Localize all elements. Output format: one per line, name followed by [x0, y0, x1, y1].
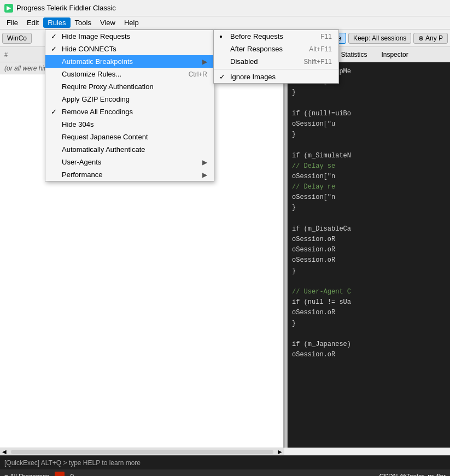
dropdown-item-label: Require Proxy Authentication — [62, 83, 154, 91]
title-bar: ▶ Progress Telerik Fiddler Classic — [0, 0, 450, 16]
dropdown-item-label: Automatically Authenticate — [62, 145, 145, 154]
menu-rules[interactable]: Rules — [43, 17, 70, 28]
dropdown-item-label: Performance — [62, 171, 102, 179]
code-line: if (null != sUa — [292, 297, 446, 308]
tab-inspector[interactable]: Inspector — [375, 49, 414, 61]
code-line — [292, 98, 446, 109]
scroll-thumb[interactable] — [11, 450, 273, 454]
dropdown-item-label: Automatic Breakpoints — [62, 57, 133, 66]
code-line: if ((null!=uiBo — [292, 109, 446, 119]
submenu-item-disabled[interactable]: DisabledShift+F11 — [214, 55, 338, 68]
winco-button[interactable]: WinCo — [2, 33, 32, 44]
dropdown-item-hide-304s[interactable]: Hide 304s — [45, 118, 214, 131]
all-processes-label[interactable]: = All Processes — [4, 473, 49, 476]
code-line: if (m_SimulateN — [292, 151, 446, 161]
scroll-right-arrow[interactable]: ▶ — [276, 449, 284, 455]
code-editor: if ((null!=bpMe oSession["x } if ((null!… — [288, 62, 450, 448]
dropdown-item-arrow: ▶ — [202, 58, 207, 66]
dropdown-item-require-proxy-auth[interactable]: Require Proxy Authentication — [45, 80, 214, 93]
code-line: } — [292, 266, 446, 277]
quickexec-bar[interactable]: [QuickExec] ALT+Q > type HELP to learn m… — [0, 455, 450, 469]
submenu-item-after-responses[interactable]: After ResponsesAlt+F11 — [214, 43, 338, 55]
submenu-item-ignore-images[interactable]: Ignore Images — [214, 70, 338, 83]
tab-statistics[interactable]: Statistics — [334, 49, 373, 61]
code-line: // Delay se — [292, 161, 446, 172]
code-line: } — [292, 319, 446, 329]
dropdown-item-shortcut: Ctrl+R — [189, 70, 207, 78]
dropdown-item-automatic-breakpoints[interactable]: Automatic Breakpoints▶ — [45, 55, 214, 68]
breakpoints-submenu: Before RequestsF11After ResponsesAlt+F11… — [213, 30, 339, 84]
dropdown-item-label: Hide CONNECTs — [62, 45, 116, 53]
menu-edit[interactable]: Edit — [22, 17, 43, 28]
dropdown-item-apply-gzip[interactable]: Apply GZIP Encoding — [45, 93, 214, 105]
submenu-item-shortcut: Alt+F11 — [309, 45, 332, 53]
filter-icon[interactable] — [55, 472, 65, 476]
horizontal-scrollbar[interactable]: ◀ ▶ — [0, 448, 284, 455]
any-process-button[interactable]: ⊕ Any P — [413, 33, 448, 44]
menu-view[interactable]: View — [96, 17, 120, 28]
submenu-item-before-requests[interactable]: Before RequestsF11 — [214, 30, 338, 43]
dropdown-item-arrow: ▶ — [202, 158, 207, 166]
code-line — [292, 140, 446, 150]
code-line: // User-Agent C — [292, 287, 446, 297]
rules-dropdown: Hide Image RequestsHide CONNECTsAutomati… — [45, 30, 214, 181]
dropdown-item-remove-all-encodings[interactable]: Remove All Encodings — [45, 105, 214, 118]
submenu-item-shortcut: Shift+F11 — [303, 58, 332, 66]
session-count: 0 — [70, 473, 74, 476]
code-line: oSession.oR — [292, 255, 446, 266]
dropdown-item-auto-authenticate[interactable]: Automatically Authenticate — [45, 143, 214, 156]
menu-bar: File Edit Rules Tools View Help — [0, 16, 450, 30]
keep-sessions-button[interactable]: Keep: All sessions — [348, 33, 411, 44]
submenu-item-label: Disabled — [230, 57, 258, 66]
code-line — [292, 277, 446, 287]
submenu-item-shortcut: F11 — [320, 33, 332, 40]
dropdown-item-label: Hide 304s — [62, 120, 94, 128]
code-line — [292, 329, 446, 339]
code-line: } — [292, 130, 446, 140]
dropdown-item-hide-connects[interactable]: Hide CONNECTs — [45, 43, 214, 55]
code-line: } — [292, 87, 446, 98]
code-line: if (m_DisableCa — [292, 224, 446, 234]
dropdown-item-hide-image-requests[interactable]: Hide Image Requests — [45, 30, 214, 43]
code-line: oSession["u — [292, 119, 446, 130]
code-line: oSession.oR — [292, 350, 446, 360]
app-icon: ▶ — [4, 4, 13, 13]
code-line: oSession.oR — [292, 308, 446, 318]
dropdown-item-request-japanese[interactable]: Request Japanese Content — [45, 131, 214, 143]
dropdown-item-label: User-Agents — [62, 158, 101, 166]
dropdown-item-label: Customize Rules... — [62, 70, 121, 78]
credit-text: CSDN @Tester_muller — [379, 473, 446, 476]
dropdown-item-performance[interactable]: Performance▶ — [45, 168, 214, 181]
dropdown-item-arrow: ▶ — [202, 171, 207, 179]
dropdown-item-label: Request Japanese Content — [62, 133, 148, 141]
menu-help[interactable]: Help — [120, 17, 143, 28]
submenu-item-label: Before Requests — [230, 32, 283, 40]
code-line — [292, 214, 446, 224]
dropdown-item-user-agents[interactable]: User-Agents▶ — [45, 156, 214, 168]
code-line: oSession.oR — [292, 234, 446, 245]
dropdown-item-customize-rules[interactable]: Customize Rules...Ctrl+R — [45, 68, 214, 80]
code-line: oSession["n — [292, 192, 446, 203]
submenu-item-label: After Responses — [230, 45, 283, 53]
dropdown-item-label: Hide Image Requests — [62, 32, 130, 40]
code-line: } — [292, 203, 446, 213]
dropdown-item-label: Apply GZIP Encoding — [62, 95, 130, 103]
code-line: oSession["n — [292, 172, 446, 182]
menu-file[interactable]: File — [2, 17, 22, 28]
code-line: if (m_Japanese) — [292, 339, 446, 350]
submenu-item-label: Ignore Images — [230, 73, 276, 81]
quickexec-text: [QuickExec] ALT+Q > type HELP to learn m… — [4, 459, 141, 467]
scroll-left-arrow[interactable]: ◀ — [0, 449, 9, 455]
code-line: oSession.oR — [292, 245, 446, 255]
status-bar: = All Processes 0 CSDN @Tester_muller — [0, 469, 450, 476]
dropdown-item-label: Remove All Encodings — [62, 108, 133, 116]
submenu-separator — [214, 69, 338, 69]
menu-tools[interactable]: Tools — [71, 17, 96, 28]
title-text: Progress Telerik Fiddler Classic — [16, 4, 116, 12]
code-line: // Delay re — [292, 182, 446, 192]
